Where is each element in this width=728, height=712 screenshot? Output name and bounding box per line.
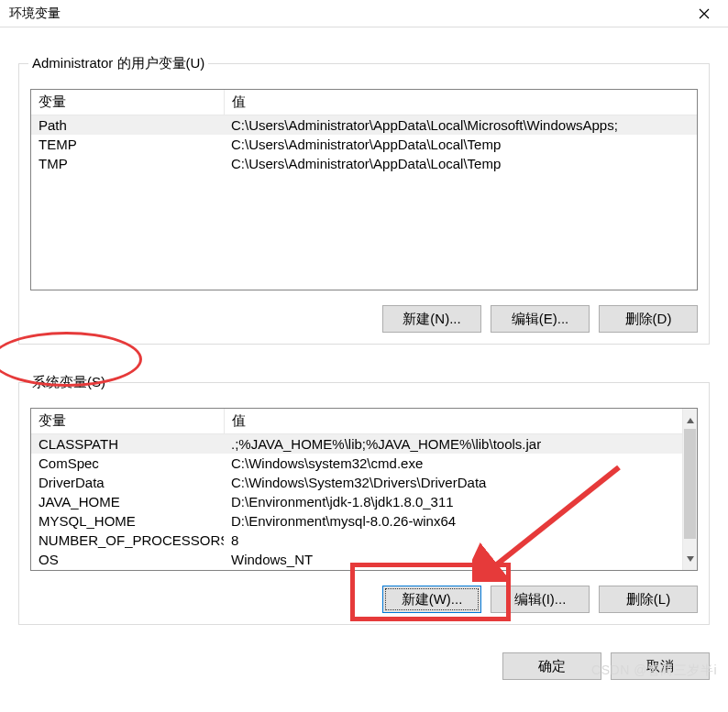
system-variables-table: 变量 值 CLASSPATH.;%JAVA_HOME%\lib;%JAVA_HO… (31, 409, 697, 569)
cell-value: C:\Users\Administrator\AppData\Local\Tem… (224, 154, 697, 173)
table-row[interactable]: OSWindows_NT (31, 550, 697, 569)
cancel-button[interactable]: 取消 (611, 652, 710, 680)
cell-value: C:\Windows\System32\Drivers\DriverData (224, 473, 697, 492)
cell-value: 8 (224, 531, 697, 550)
user-variables-table: 变量 值 Path C:\Users\Administrator\AppData… (31, 90, 697, 173)
sys-group-legend: 系统变量(S) (28, 374, 109, 391)
dialog-content: Administrator 的用户变量(U) 变量 值 Path C:\User… (0, 27, 728, 652)
title-bar: 环境变量 (0, 0, 728, 27)
table-row[interactable]: Path C:\Users\Administrator\AppData\Loca… (31, 115, 697, 136)
scroll-down-icon (686, 551, 695, 566)
table-row[interactable]: NUMBER_OF_PROCESSORS8 (31, 531, 697, 550)
cell-value: D:\Environment\mysql-8.0.26-winx64 (224, 511, 697, 531)
scrollbar-thumb[interactable] (684, 429, 696, 539)
user-variables-group: Administrator 的用户变量(U) 变量 值 Path C:\User… (18, 55, 710, 345)
cell-variable: Path (31, 115, 224, 136)
cell-value: C:\Windows\system32\cmd.exe (224, 454, 697, 473)
sys-delete-button[interactable]: 删除(L) (599, 586, 698, 613)
user-col-header-variable[interactable]: 变量 (31, 90, 224, 115)
window-title: 环境变量 (9, 5, 61, 22)
cell-variable: OS (31, 550, 224, 569)
system-variables-group: 系统变量(S) 变量 值 CLASSPATH.;%JAVA_HOME%\lib;… (18, 374, 710, 625)
ok-button[interactable]: 确定 (502, 652, 601, 680)
cell-variable: CLASSPATH (31, 434, 224, 455)
dialog-buttons-row: 确定 取消 (0, 652, 728, 689)
table-row[interactable]: CLASSPATH.;%JAVA_HOME%\lib;%JAVA_HOME%\l… (31, 434, 697, 455)
user-group-legend: Administrator 的用户变量(U) (28, 55, 208, 72)
cell-variable: MYSQL_HOME (31, 511, 224, 531)
cell-value: C:\Users\Administrator\AppData\Local\Tem… (224, 135, 697, 154)
sys-col-header-variable[interactable]: 变量 (31, 409, 224, 434)
sys-edit-button[interactable]: 编辑(I)... (491, 586, 590, 613)
sys-new-button[interactable]: 新建(W)... (382, 586, 481, 613)
user-col-header-value[interactable]: 值 (224, 90, 697, 115)
system-variables-table-container[interactable]: 变量 值 CLASSPATH.;%JAVA_HOME%\lib;%JAVA_HO… (30, 408, 698, 571)
user-edit-button[interactable]: 编辑(E)... (491, 305, 590, 333)
cell-variable: TMP (31, 154, 224, 173)
close-icon (699, 8, 710, 19)
user-new-button[interactable]: 新建(N)... (382, 305, 481, 333)
cell-value: .;%JAVA_HOME%\lib;%JAVA_HOME%\lib\tools.… (224, 434, 697, 455)
user-delete-button[interactable]: 删除(D) (599, 305, 698, 333)
user-variables-table-container[interactable]: 变量 值 Path C:\Users\Administrator\AppData… (30, 89, 698, 290)
cell-variable: JAVA_HOME (31, 492, 224, 511)
table-row[interactable]: JAVA_HOMED:\Environment\jdk-1.8\jdk1.8.0… (31, 492, 697, 511)
user-buttons-row: 新建(N)... 编辑(E)... 删除(D) (30, 305, 698, 333)
cell-value: C:\Users\Administrator\AppData\Local\Mic… (224, 115, 697, 136)
table-row[interactable]: TEMP C:\Users\Administrator\AppData\Loca… (31, 135, 697, 154)
cell-variable: ComSpec (31, 454, 224, 473)
scroll-up-icon (686, 412, 695, 428)
table-row[interactable]: ComSpecC:\Windows\system32\cmd.exe (31, 454, 697, 473)
table-row[interactable]: DriverDataC:\Windows\System32\Drivers\Dr… (31, 473, 697, 492)
table-row[interactable]: MYSQL_HOMED:\Environment\mysql-8.0.26-wi… (31, 511, 697, 531)
sys-col-header-value[interactable]: 值 (224, 409, 697, 434)
cell-value: Windows_NT (224, 550, 697, 569)
close-button[interactable] (686, 3, 722, 25)
system-scrollbar[interactable] (682, 409, 697, 570)
cell-value: D:\Environment\jdk-1.8\jdk1.8.0_311 (224, 492, 697, 511)
table-row[interactable]: TMP C:\Users\Administrator\AppData\Local… (31, 154, 697, 173)
cell-variable: TEMP (31, 135, 224, 154)
cell-variable: DriverData (31, 473, 224, 492)
sys-buttons-row: 新建(W)... 编辑(I)... 删除(L) (30, 586, 698, 613)
cell-variable: NUMBER_OF_PROCESSORS (31, 531, 224, 550)
